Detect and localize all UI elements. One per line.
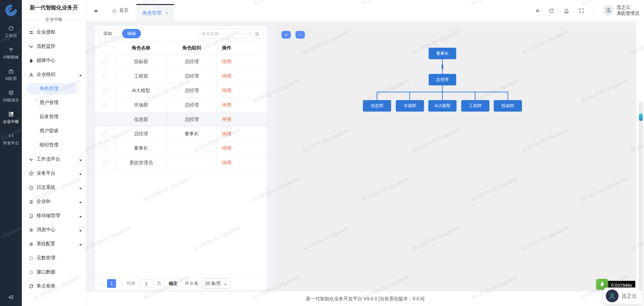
rail-item-label: 工作台 xyxy=(5,33,17,39)
goto-page-input[interactable] xyxy=(139,279,154,288)
sidebar-item-label: 工作流平台 xyxy=(37,156,60,162)
table-row-系统管理员[interactable]: 系统管理员停用 xyxy=(95,156,267,170)
sidebar-item-工作流平台[interactable]: 工作流平台 xyxy=(22,152,86,166)
disable-action-link[interactable]: 停用 xyxy=(222,160,231,166)
scrollbar-thumb[interactable] xyxy=(639,114,643,121)
sidebar-item-接口数据[interactable]: 接口数据 xyxy=(22,265,86,279)
add-button[interactable]: 添加 xyxy=(98,29,117,38)
header-role-org: 角色组织 xyxy=(167,42,216,54)
tab-home[interactable]: 首页 xyxy=(112,7,128,13)
search-input[interactable] xyxy=(198,29,248,39)
row-radio[interactable] xyxy=(102,88,108,93)
edit-button[interactable]: 编辑 xyxy=(122,29,141,38)
rail-item-Ai应用[interactable]: Ai应用 xyxy=(3,64,19,86)
prev-page-icon[interactable]: ‹ xyxy=(100,281,104,287)
tab-role-management[interactable]: 角色管理 × xyxy=(137,4,174,21)
table-row-市场部[interactable]: 市场部总经理停用 xyxy=(95,98,267,113)
rail-item-工作台[interactable]: 工作台 xyxy=(3,21,19,43)
org-node-市场部[interactable]: 市场部 xyxy=(396,100,424,112)
table-row-Ai大模型[interactable]: Ai大模型总经理停用 xyxy=(95,84,267,98)
close-tab-icon[interactable]: × xyxy=(165,10,168,16)
sidebar-item-企业授权[interactable]: 企业授权 xyxy=(22,25,86,39)
table-row-工程部[interactable]: 工程部总经理停用 xyxy=(95,69,267,84)
fullscreen-icon[interactable] xyxy=(579,7,585,13)
refresh-icon[interactable] xyxy=(548,7,554,13)
divider xyxy=(594,6,594,15)
expand-tabs-icon[interactable]: » xyxy=(536,7,539,14)
user-menu[interactable]: 流 流之云 系统管理员 xyxy=(603,4,640,16)
row-radio[interactable] xyxy=(102,146,108,151)
chevron-down-icon xyxy=(78,214,82,218)
assistant-bubble[interactable]: 流之云 xyxy=(603,288,642,304)
user-icon xyxy=(29,72,34,77)
zoom-out-button[interactable]: − xyxy=(296,31,305,39)
org-node-董事长[interactable]: 董事长 xyxy=(429,48,456,59)
sidebar-item-流程监控[interactable]: 流程监控 xyxy=(22,39,86,53)
org-node-Ai大模型[interactable]: Ai大模型 xyxy=(428,100,457,112)
table-row-董事长[interactable]: 董事长停用 xyxy=(95,141,267,156)
code-icon xyxy=(8,133,14,139)
table-row-信息部[interactable]: 信息部总经理停用 xyxy=(95,113,267,127)
row-radio[interactable] xyxy=(102,59,108,64)
sidebar-item-企业组织[interactable]: 企业组织 xyxy=(22,68,86,82)
disable-action-link[interactable]: 停用 xyxy=(222,88,231,94)
tab-active-label: 角色管理 xyxy=(143,10,161,16)
home-icon xyxy=(112,8,117,13)
row-radio[interactable] xyxy=(102,160,108,166)
assistant-person-icon xyxy=(606,290,619,302)
row-radio[interactable] xyxy=(102,117,108,122)
table-row-总经理[interactable]: 总经理董事长停用 xyxy=(95,127,267,141)
sidebar-item-日志系统[interactable]: 日志系统 xyxy=(22,180,86,194)
rail-item-label: 功能演示 xyxy=(3,97,19,103)
org-node-工程部[interactable]: 工程部 xyxy=(461,100,489,112)
next-page-icon[interactable]: › xyxy=(119,281,123,287)
sidebar-item-移动端管理[interactable]: 移动端管理 xyxy=(22,209,86,223)
org-node-投标部[interactable]: 投标部 xyxy=(494,100,522,112)
row-radio[interactable] xyxy=(102,131,108,137)
sidebar-item-消息中心[interactable]: 消息中心 xyxy=(22,223,86,237)
page-size-select[interactable]: 20 条/页 xyxy=(202,278,230,289)
cell-role-name: 系统管理员 xyxy=(115,156,167,170)
sidebar-item-元数管理[interactable]: 元数管理 xyxy=(22,251,86,265)
drop-icon xyxy=(29,58,34,63)
sidebar-subitem-用户层级[interactable]: 用户层级 xyxy=(22,124,86,138)
org-node-信息部[interactable]: 信息部 xyxy=(363,100,391,112)
rail-item-Ai智能体[interactable]: Ai智能体 xyxy=(3,43,19,64)
row-radio[interactable] xyxy=(102,74,108,79)
disable-action-link[interactable]: 停用 xyxy=(222,73,231,79)
sidebar-subitem-用户管理[interactable]: 用户管理 xyxy=(22,96,86,110)
row-radio[interactable] xyxy=(102,102,108,108)
goto-label: 到第 xyxy=(127,280,136,287)
org-node-总经理[interactable]: 总经理 xyxy=(429,74,456,85)
sidebar-item-企业BI[interactable]: 企业BI xyxy=(22,194,86,209)
zoom-in-button[interactable]: + xyxy=(281,31,291,39)
disable-action-link[interactable]: 停用 xyxy=(222,102,231,108)
disable-action-link[interactable]: 停用 xyxy=(222,59,231,65)
rail-item-开发平台[interactable]: 开发平台 xyxy=(3,129,19,150)
search-button[interactable] xyxy=(251,28,264,39)
disable-action-link[interactable]: 停用 xyxy=(222,145,231,151)
table-body: 投标部总经理停用工程部总经理停用Ai大模型总经理停用市场部总经理停用信息部总经理… xyxy=(95,55,267,170)
footer-version-text: 新一代智能化业务开发平台 V9.0.0 [当前系统版本：9.0.8] xyxy=(306,296,424,302)
rail-item-功能演示[interactable]: 功能演示 xyxy=(3,86,19,107)
confirm-page-button[interactable]: 确定 xyxy=(165,279,181,288)
sidebar-subitem-组织管理[interactable]: 组织管理 xyxy=(22,138,86,152)
sidebar-item-单点登录[interactable]: 单点登录 xyxy=(22,279,86,293)
disable-action-link[interactable]: 停用 xyxy=(222,131,231,137)
current-page-button[interactable]: 1 xyxy=(107,279,116,288)
sidebar-item-label: 超级中心 xyxy=(37,57,55,63)
rail-item-企业中枢[interactable]: 企业中枢 xyxy=(3,107,19,129)
disable-action-link[interactable]: 停用 xyxy=(222,117,231,123)
sidebar-item-业务平台[interactable]: 业务平台 xyxy=(22,166,86,180)
table-row-投标部[interactable]: 投标部总经理停用 xyxy=(95,55,267,69)
sidebar-fold-icon[interactable] xyxy=(0,294,22,301)
cell-role-org: 总经理 xyxy=(167,113,216,127)
collapse-tabs-icon[interactable]: « xyxy=(92,7,100,14)
sidebar-item-超级中心[interactable]: 超级中心 xyxy=(22,53,86,68)
org-chart-panel: + − 董事长总经理信息部市场部Ai大模型工程部投标部 xyxy=(276,26,636,290)
sidebar-subitem-目录管理[interactable]: 目录管理 xyxy=(22,110,86,124)
sidebar-item-系统配置[interactable]: 系统配置 xyxy=(22,237,86,251)
notification-bell-icon[interactable] xyxy=(564,7,570,13)
clock-icon xyxy=(29,185,34,190)
sidebar-subitem-角色管理[interactable]: 角色管理 xyxy=(26,83,78,94)
